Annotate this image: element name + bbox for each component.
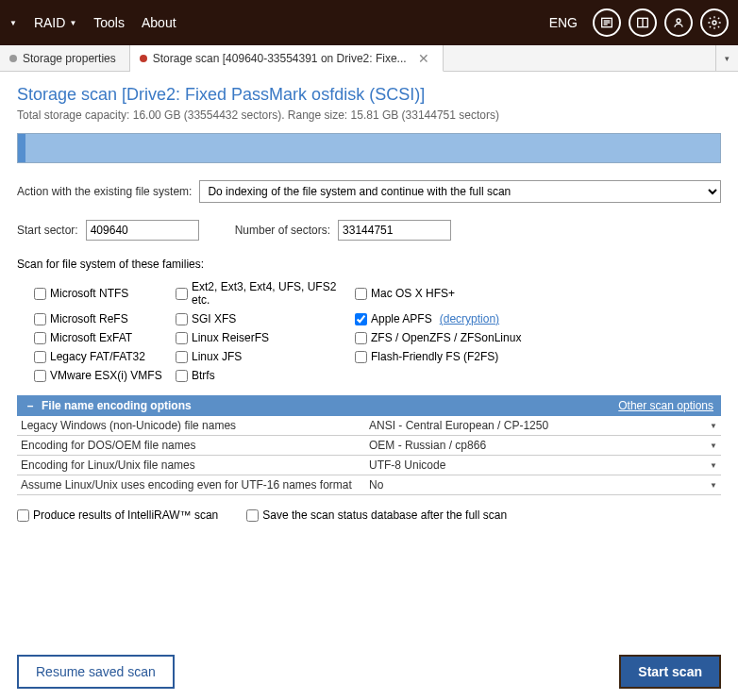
tab-bar: Storage properties Storage scan [409640-…	[0, 45, 738, 72]
fs-f2fs-checkbox[interactable]: Flash-Friendly FS (F2FS)	[355, 350, 544, 363]
menu-arrow-left[interactable]: ▼	[9, 19, 17, 27]
encoding-label: Legacy Windows (non-Unicode) file names	[21, 419, 369, 432]
fs-btrfs-checkbox[interactable]: Btrfs	[176, 369, 355, 382]
num-sectors-input[interactable]	[338, 220, 451, 241]
encoding-value: ANSI - Central European / CP-1250	[369, 419, 548, 432]
fs-hfs-checkbox[interactable]: Mac OS X HFS+	[355, 280, 544, 307]
tab-indicator-icon	[9, 55, 17, 62]
scan-range-fill	[18, 134, 25, 162]
tab-storage-properties[interactable]: Storage properties	[0, 45, 130, 71]
scan-range-bar[interactable]	[17, 133, 721, 163]
encoding-row[interactable]: Assume Linux/Unix uses encoding even for…	[17, 475, 721, 495]
start-sector-label: Start sector:	[17, 224, 78, 237]
fs-fat-checkbox[interactable]: Legacy FAT/FAT32	[34, 350, 176, 363]
language-selector[interactable]: ENG	[549, 15, 578, 30]
caret-down-icon: ▼	[710, 422, 717, 430]
caret-down-icon: ▼	[710, 481, 717, 490]
intelliraw-checkbox[interactable]: Produce results of IntelliRAW™ scan	[17, 508, 218, 522]
menu-tools[interactable]: Tools	[93, 15, 125, 30]
fs-xfs-checkbox[interactable]: SGI XFS	[176, 312, 355, 325]
fs-reiserfs-checkbox[interactable]: Linux ReiserFS	[176, 331, 355, 344]
caret-down-icon: ▼	[710, 442, 717, 450]
storage-info: Total storage capacity: 16.00 GB (335544…	[17, 108, 721, 122]
tab-label: Storage properties	[23, 52, 116, 65]
close-tab-icon[interactable]: ✕	[418, 51, 429, 66]
page-title: Storage scan [Drive2: Fixed PassMark osf…	[17, 85, 721, 105]
fs-apfs-checkbox[interactable]: Apple APFS(decryption)	[355, 312, 544, 325]
tab-indicator-icon	[140, 55, 147, 62]
menu-raid[interactable]: RAID ▼	[34, 15, 76, 30]
menu-about[interactable]: About	[142, 15, 176, 30]
user-icon[interactable]	[664, 8, 693, 37]
encoding-label: Assume Linux/Unix uses encoding even for…	[21, 478, 369, 492]
main-menubar: ▼ RAID ▼ Tools About ENG	[0, 0, 738, 45]
collapse-icon[interactable]: –	[25, 399, 36, 412]
encoding-section-header: – File name encoding options Other scan …	[17, 395, 721, 416]
tab-label: Storage scan [409640-33554391 on Drive2:…	[153, 52, 407, 65]
tab-overflow-button[interactable]: ▾	[715, 45, 738, 72]
fs-exfat-checkbox[interactable]: Microsoft ExFAT	[34, 331, 176, 344]
start-sector-input[interactable]	[86, 220, 199, 241]
encoding-label: Encoding for Linux/Unix file names	[21, 458, 369, 472]
save-scan-db-checkbox[interactable]: Save the scan status database after the …	[246, 508, 507, 522]
fs-ext-checkbox[interactable]: Ext2, Ext3, Ext4, UFS, UFS2 etc.	[176, 280, 355, 307]
start-scan-button[interactable]: Start scan	[619, 655, 721, 689]
log-icon[interactable]	[593, 8, 621, 37]
resume-scan-button[interactable]: Resume saved scan	[17, 655, 175, 689]
caret-down-icon: ▼	[9, 19, 17, 27]
encoding-row[interactable]: Encoding for DOS/OEM file names OEM - Ru…	[17, 436, 721, 456]
fs-vmfs-checkbox[interactable]: VMware ESX(i) VMFS	[34, 369, 176, 382]
encoding-row[interactable]: Encoding for Linux/Unix file names UTF-8…	[17, 456, 721, 475]
encoding-label: Encoding for DOS/OEM file names	[21, 439, 369, 452]
sidebar-icon[interactable]	[629, 8, 657, 37]
svg-point-7	[713, 21, 716, 25]
tab-storage-scan[interactable]: Storage scan [409640-33554391 on Drive2:…	[130, 45, 444, 72]
encoding-row[interactable]: Legacy Windows (non-Unicode) file names …	[17, 416, 721, 436]
encoding-value: No	[369, 478, 383, 492]
caret-down-icon: ▼	[710, 461, 717, 470]
fs-refs-checkbox[interactable]: Microsoft ReFS	[34, 312, 176, 325]
chevron-down-icon: ▾	[725, 54, 730, 63]
action-label: Action with the existing file system:	[17, 185, 192, 198]
svg-point-6	[677, 19, 680, 23]
caret-down-icon: ▼	[69, 19, 76, 27]
fs-families-heading: Scan for file system of these families:	[17, 258, 721, 271]
other-scan-options-link[interactable]: Other scan options	[618, 399, 713, 412]
encoding-section-title: File name encoding options	[42, 399, 192, 412]
fs-zfs-checkbox[interactable]: ZFS / OpenZFS / ZFSonLinux	[355, 331, 544, 344]
fs-ntfs-checkbox[interactable]: Microsoft NTFS	[34, 280, 176, 307]
gear-icon[interactable]	[700, 8, 729, 37]
encoding-value: UTF-8 Unicode	[369, 458, 445, 472]
fs-jfs-checkbox[interactable]: Linux JFS	[176, 350, 355, 363]
encoding-value: OEM - Russian / cp866	[369, 439, 486, 452]
action-select[interactable]: Do indexing of the file system and conti…	[199, 180, 721, 203]
num-sectors-label: Number of sectors:	[235, 224, 330, 237]
decryption-link[interactable]: (decryption)	[440, 312, 499, 325]
